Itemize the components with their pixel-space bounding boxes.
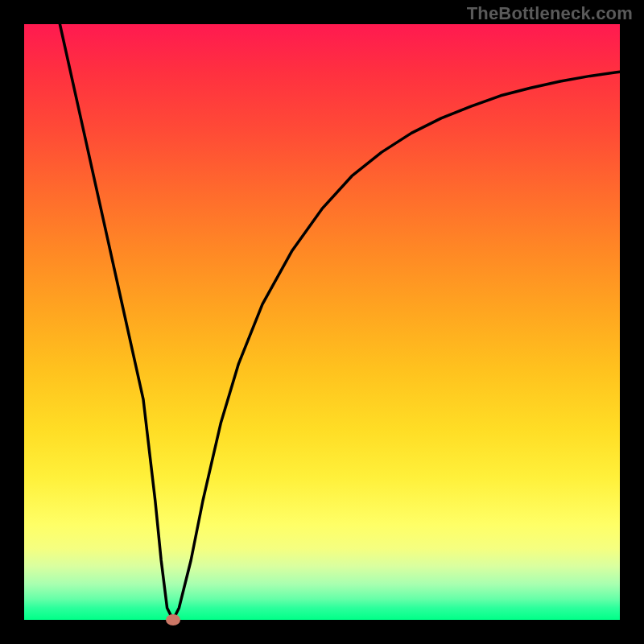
- chart-container: TheBottleneck.com: [0, 0, 644, 644]
- optimum-marker: [166, 614, 180, 625]
- watermark-text: TheBottleneck.com: [467, 3, 633, 24]
- curve-layer: [0, 0, 644, 644]
- bottleneck-curve: [60, 24, 620, 620]
